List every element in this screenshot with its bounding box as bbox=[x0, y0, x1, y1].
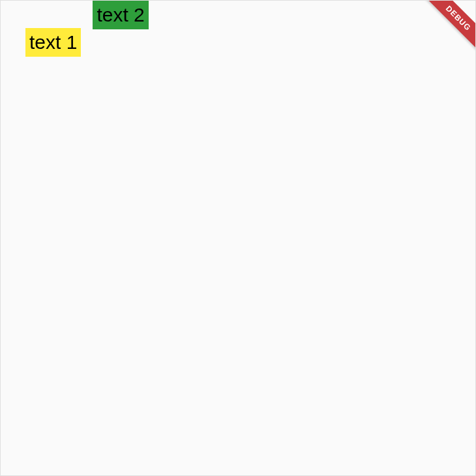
text-row: text 1 text 2 bbox=[1, 1, 475, 57]
text-label-1: text 1 bbox=[25, 28, 81, 57]
text-label-2: text 2 bbox=[93, 1, 148, 29]
